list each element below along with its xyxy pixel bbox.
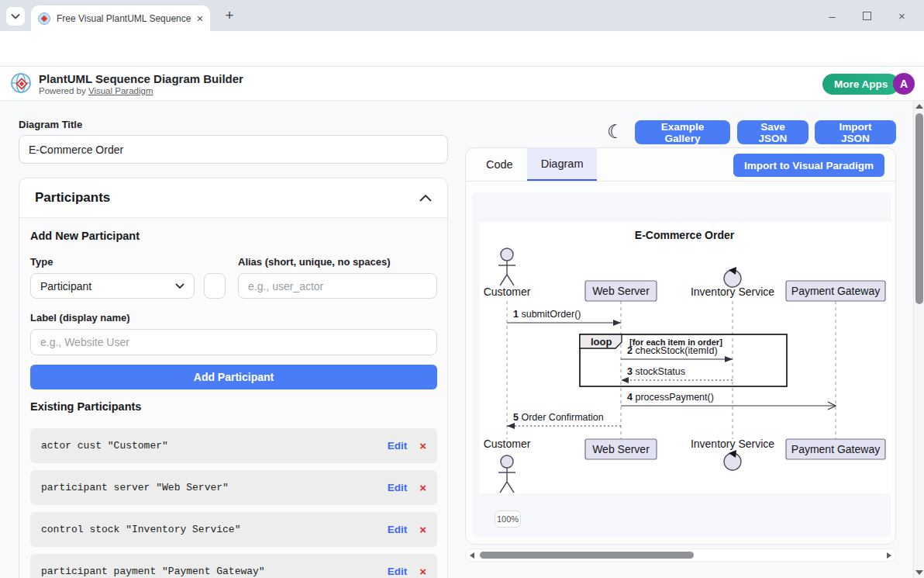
horizontal-scroll-thumb[interactable] — [480, 552, 694, 559]
edit-participant-link[interactable]: Edit — [388, 566, 408, 577]
zoom-level-badge[interactable]: 100% — [495, 511, 521, 528]
participant-code: participant payment "Payment Gateway" — [41, 566, 265, 577]
svg-text:Payment Gateway: Payment Gateway — [791, 443, 880, 455]
control-stock-b — [724, 450, 741, 470]
tab-strip: Free Visual PlantUML Sequence × + – × — [0, 0, 924, 31]
message-3: 3 stockStatus — [621, 366, 733, 383]
alias-input[interactable] — [238, 273, 437, 299]
app-user-avatar[interactable]: A — [893, 73, 915, 95]
tab-diagram[interactable]: Diagram — [527, 148, 598, 181]
save-json-button[interactable]: Save JSON — [737, 120, 808, 144]
select-chevron-icon — [175, 283, 184, 289]
app-header: PlantUML Sequence Diagram Builder Powere… — [0, 67, 924, 101]
diagram-title-label: Diagram Title — [19, 119, 82, 130]
participant-row: actor cust "Customer" Edit × — [30, 428, 437, 463]
svg-text:Web Server: Web Server — [592, 443, 650, 455]
app-title: PlantUML Sequence Diagram Builder — [39, 72, 243, 85]
tab-title: Free Visual PlantUML Sequence — [57, 13, 192, 24]
svg-text:2 checkStock(itemId): 2 checkStock(itemId) — [627, 345, 718, 356]
vertical-scroll-thumb[interactable] — [915, 113, 923, 304]
participant-code: control stock "Inventory Service" — [41, 524, 240, 535]
delete-participant-icon[interactable]: × — [419, 565, 426, 578]
control-stock — [724, 267, 741, 287]
participant-row: control stock "Inventory Service" Edit × — [30, 512, 437, 547]
dark-mode-toggle-icon[interactable]: ☾ — [607, 121, 624, 143]
chevron-down-icon — [11, 13, 20, 19]
delete-participant-icon[interactable]: × — [419, 523, 426, 536]
scroll-right-icon[interactable] — [887, 552, 891, 559]
edit-participant-link[interactable]: Edit — [388, 524, 408, 535]
type-label: Type — [30, 256, 53, 268]
add-participant-button[interactable]: Add Participant — [30, 365, 437, 389]
svg-text:Customer: Customer — [484, 438, 531, 450]
participants-card: Participants Add New Participant Type Pa… — [19, 178, 448, 578]
participant-type-select[interactable]: Participant — [30, 273, 195, 299]
display-name-label: Label (display name) — [30, 312, 130, 324]
horizontal-scrollbar[interactable] — [465, 549, 896, 562]
vertical-scrollbar[interactable] — [913, 101, 924, 578]
new-tab-button[interactable]: + — [220, 6, 239, 25]
participants-card-header[interactable]: Participants — [19, 178, 447, 218]
svg-text:1 submitOrder(): 1 submitOrder() — [513, 309, 581, 320]
import-to-visual-paradigm-button[interactable]: Import to Visual Paradigm — [733, 154, 884, 177]
diagram-title-input[interactable] — [19, 135, 448, 164]
edit-participant-link[interactable]: Edit — [388, 482, 408, 493]
delete-participant-icon[interactable]: × — [419, 439, 426, 452]
message-5: 5 Order Confirmation — [507, 412, 621, 429]
chevron-up-icon[interactable] — [419, 195, 432, 202]
diagram-viewer[interactable]: E-Commerce OrderCustomerCustomerWeb Serv… — [472, 192, 891, 537]
add-new-participant-title: Add New Participant — [30, 230, 140, 242]
message-2: 2 checkStock(itemId) — [621, 345, 733, 362]
browser-tab[interactable]: Free Visual PlantUML Sequence × — [31, 5, 210, 31]
powered-by-text: Powered by — [39, 86, 86, 95]
svg-text:Payment Gateway: Payment Gateway — [791, 285, 880, 297]
svg-text:5 Order Confirmation: 5 Order Confirmation — [513, 412, 604, 423]
message-4: 4 processPayment() — [621, 392, 836, 410]
delete-participant-icon[interactable]: × — [419, 481, 426, 494]
svg-text:E-Commerce Order: E-Commerce Order — [635, 229, 735, 241]
app-subtitle: Powered by Visual Paradigm — [39, 86, 153, 95]
alias-label: Alias (short, unique, no spaces) — [238, 256, 390, 268]
close-button[interactable]: × — [884, 9, 919, 22]
participant-code: actor cust "Customer" — [41, 440, 168, 452]
actor-cust — [498, 248, 515, 286]
scroll-up-icon[interactable] — [915, 104, 923, 109]
display-name-input[interactable] — [30, 329, 437, 355]
visual-paradigm-link[interactable]: Visual Paradigm — [88, 86, 153, 95]
participants-section-title: Participants — [35, 190, 110, 206]
participant-row: participant server "Web Server" Edit × — [30, 470, 437, 505]
existing-participants-list: actor cust "Customer" Edit × participant… — [30, 428, 437, 578]
import-json-button[interactable]: Import JSON — [815, 120, 896, 144]
maximize-icon — [863, 12, 871, 20]
svg-text:Inventory Service: Inventory Service — [691, 438, 774, 450]
participant-row: participant payment "Payment Gateway" Ed… — [30, 554, 437, 578]
browser-window: Free Visual PlantUML Sequence × + – × ai… — [0, 0, 924, 578]
more-apps-button[interactable]: More Apps — [822, 74, 899, 95]
svg-text:4 processPayment(): 4 processPayment() — [627, 392, 714, 403]
example-gallery-button[interactable]: Example Gallery — [635, 120, 730, 144]
svg-text:Inventory Service: Inventory Service — [691, 286, 774, 298]
participant-code: participant server "Web Server" — [41, 482, 229, 493]
maximize-button[interactable] — [850, 9, 884, 22]
participant-type-value: Participant — [40, 280, 91, 292]
diagram-panel: Code Diagram Import to Visual Paradigm E… — [465, 147, 896, 545]
type-adjacent-box[interactable] — [204, 273, 226, 299]
svg-text:Customer: Customer — [484, 286, 531, 298]
svg-text:Web Server: Web Server — [592, 285, 650, 297]
edit-participant-link[interactable]: Edit — [388, 440, 408, 452]
svg-text:loop: loop — [591, 336, 612, 348]
visual-paradigm-logo — [9, 71, 34, 96]
existing-participants-title: Existing Participants — [30, 400, 141, 413]
message-1: 1 submitOrder() — [507, 309, 621, 326]
actor-cust-b — [498, 455, 515, 493]
tab-code[interactable]: Code — [472, 148, 527, 181]
minimize-button[interactable]: – — [815, 9, 850, 22]
tab-close-icon[interactable]: × — [197, 13, 203, 24]
diagram-tab-bar: Code Diagram Import to Visual Paradigm — [466, 148, 895, 182]
scroll-down-icon[interactable] — [915, 570, 923, 575]
scroll-left-icon[interactable] — [470, 552, 474, 559]
sequence-diagram: E-Commerce OrderCustomerCustomerWeb Serv… — [479, 222, 891, 493]
tab-search-button[interactable] — [6, 7, 25, 26]
browser-toolbar: ai-toolbox.visual-paradigm.com/app/plant… — [0, 31, 924, 67]
window-controls: – × — [815, 0, 919, 31]
